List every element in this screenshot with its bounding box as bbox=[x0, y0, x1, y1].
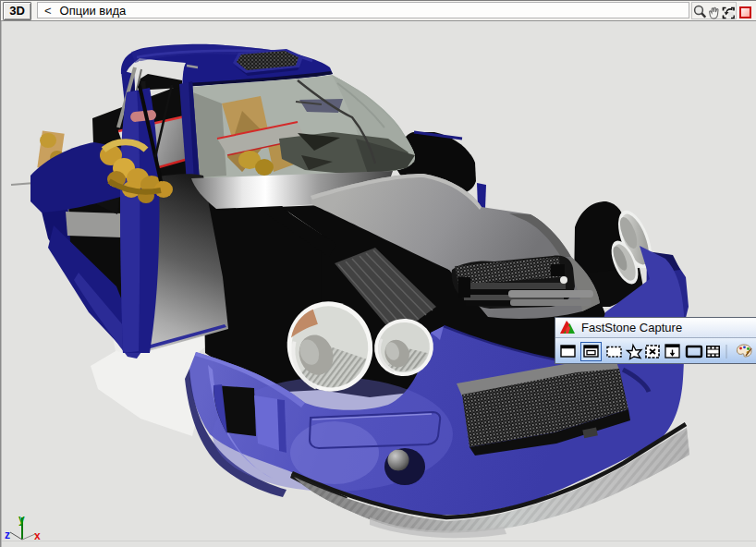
svg-text:y: y bbox=[18, 513, 25, 526]
svg-text:z: z bbox=[5, 529, 10, 541]
